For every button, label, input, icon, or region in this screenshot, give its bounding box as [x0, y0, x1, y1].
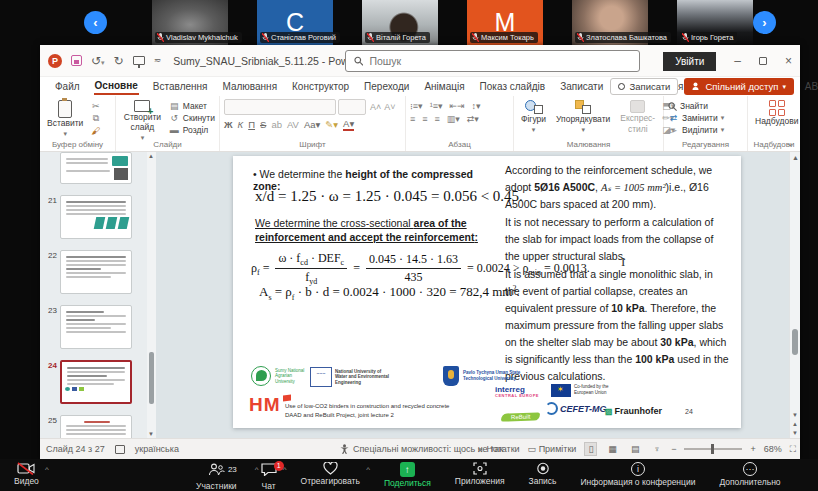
align-right-icon[interactable]: ≡	[435, 114, 440, 124]
tab-abbyy[interactable]: ABBYY PDF Transformer+	[804, 79, 818, 94]
grow-font-icon[interactable]: A˄	[370, 102, 381, 112]
slideshow-icon[interactable]	[133, 56, 145, 65]
text-shadow-icon[interactable]: ab	[271, 119, 282, 130]
reset-button[interactable]: ↺Скинути	[169, 113, 215, 123]
participants-button[interactable]: 23 Участники ^	[196, 459, 237, 491]
bullets-icon[interactable]: ⁝≡▾	[410, 101, 423, 111]
record-button[interactable]: Записати	[610, 78, 678, 95]
section-button[interactable]: ▬Розділ	[169, 125, 215, 135]
scrollbar-thumb[interactable]	[149, 352, 154, 403]
scroll-down-icon[interactable]: ▼	[148, 431, 154, 437]
copy-icon[interactable]: ⧉	[90, 113, 101, 124]
slide-20-thumbnail[interactable]	[60, 152, 132, 184]
cut-icon[interactable]: ✂	[90, 101, 101, 111]
participant-tile[interactable]: Віталій Горета	[362, 0, 438, 45]
main-scrollbar[interactable]: ▲ ▼ ▲ ▼	[789, 152, 800, 438]
italic-icon[interactable]: К	[238, 119, 244, 130]
replace-button[interactable]: ⇄Замінити▾	[668, 113, 743, 123]
chat-button[interactable]: 1 Чат ^	[261, 459, 277, 491]
tab-record[interactable]: Записати	[559, 79, 604, 94]
previous-slide-icon[interactable]: ▲	[792, 421, 798, 427]
tab-animations[interactable]: Анімація	[423, 79, 465, 94]
text-direction-icon[interactable]: ⇄▾	[467, 114, 479, 124]
comments-button[interactable]: ▭ Примітки	[528, 444, 577, 454]
shapes-button[interactable]: Фігури▾	[518, 99, 549, 135]
slide-24-thumbnail-selected[interactable]	[60, 360, 132, 404]
reading-view-icon[interactable]: ▤	[628, 443, 643, 455]
save-icon[interactable]	[71, 55, 82, 66]
scroll-left-button[interactable]: ‹	[84, 11, 107, 34]
chevron-up-icon[interactable]: ^	[45, 465, 49, 474]
share-screen-button[interactable]: ↑ Поделиться	[384, 459, 431, 491]
zoom-in-icon[interactable]: +	[750, 444, 755, 454]
tab-slideshow[interactable]: Показ слайдів	[479, 79, 547, 94]
slide-21-thumbnail[interactable]	[60, 195, 132, 239]
numbering-icon[interactable]: ¹≡▾	[430, 101, 443, 111]
chevron-up-icon[interactable]: ^	[366, 465, 370, 474]
search-input[interactable]	[369, 55, 631, 67]
zoom-out-icon[interactable]: −	[671, 444, 676, 454]
scroll-down-icon[interactable]: ▼	[792, 412, 798, 418]
notes-button[interactable]: ⌅ Нотатки	[476, 444, 519, 454]
find-button[interactable]: Знайти	[668, 101, 743, 111]
addins-button[interactable]: Надбудови	[752, 99, 801, 128]
slide-22-thumbnail[interactable]	[60, 250, 132, 294]
character-spacing-icon[interactable]: AV	[287, 119, 299, 130]
minimize-icon[interactable]: –	[734, 55, 741, 67]
more-button[interactable]: ··· Дополнительно	[719, 459, 780, 491]
line-spacing-icon[interactable]: ↕▾	[472, 101, 481, 111]
slide-24[interactable]: • We determine the height of the compres…	[233, 156, 741, 428]
highlight-icon[interactable]: ✎▾	[325, 119, 338, 130]
customize-toolbar-icon[interactable]: ≂	[154, 56, 162, 65]
font-color-icon[interactable]: A▾	[343, 118, 354, 131]
tab-file[interactable]: Файл	[54, 79, 81, 94]
restore-icon[interactable]	[759, 57, 767, 65]
align-left-icon[interactable]: ≡	[410, 114, 415, 124]
apps-button[interactable]: Приложения	[455, 459, 505, 491]
arrange-button[interactable]: Упорядкувати▾	[553, 99, 613, 135]
shrink-font-icon[interactable]: A˅	[384, 102, 395, 112]
zoom-slider[interactable]	[684, 448, 742, 450]
strikethrough-icon[interactable]: S	[260, 119, 266, 130]
close-icon[interactable]: ×	[785, 55, 792, 67]
columns-icon[interactable]: ▥▾	[447, 114, 460, 124]
fit-slide-icon[interactable]: ⛶	[790, 444, 796, 455]
slide-sorter-view-icon[interactable]: ▦	[605, 443, 620, 455]
select-button[interactable]: ▻Виділити▾	[668, 125, 743, 135]
quick-styles-button[interactable]: Експрес- стилі	[617, 99, 658, 136]
sign-in-button[interactable]: Увійти	[663, 52, 716, 71]
next-slide-icon[interactable]: ▼	[792, 430, 798, 436]
share-button[interactable]: Спільний доступ▾	[684, 78, 794, 95]
tab-transitions[interactable]: Переходи	[363, 79, 410, 94]
spellcheck-icon[interactable]	[115, 445, 125, 454]
tab-insert[interactable]: Вставлення	[152, 79, 209, 94]
change-case-icon[interactable]: Aa▾	[304, 119, 320, 130]
tab-design[interactable]: Конструктор	[291, 79, 350, 94]
thumbnail-scrollbar[interactable]: ▲ ▼	[147, 152, 156, 438]
font-size-combobox[interactable]	[338, 99, 366, 115]
chevron-up-icon[interactable]: ^	[283, 465, 287, 474]
participant-tile[interactable]: C Станіслав Роговий	[257, 0, 333, 45]
slide-23-thumbnail[interactable]	[60, 305, 132, 349]
zoom-level[interactable]: 68%	[764, 444, 782, 454]
language-indicator[interactable]: українська	[135, 444, 179, 454]
tab-home[interactable]: Основне	[94, 78, 139, 95]
participant-tile[interactable]: Златослава Башкатова	[572, 0, 648, 45]
normal-view-icon[interactable]: ▯	[584, 442, 597, 456]
record-button[interactable]: Запись	[529, 459, 557, 491]
reactions-button[interactable]: Отреагировать ^	[301, 459, 360, 491]
undo-icon[interactable]: ↺▾	[91, 55, 105, 67]
tab-draw[interactable]: Малювання	[221, 79, 278, 94]
align-center-icon[interactable]: ≡	[422, 114, 427, 124]
video-button[interactable]: Видео ^	[14, 459, 39, 486]
font-name-combobox[interactable]	[224, 99, 336, 115]
indent-icons[interactable]: ⇤⇥	[449, 101, 464, 111]
slide-25-thumbnail[interactable]	[60, 415, 132, 438]
slideshow-view-icon[interactable]: ♆	[650, 443, 663, 455]
scroll-up-icon[interactable]: ▲	[148, 153, 154, 159]
bold-icon[interactable]: Ж	[224, 119, 233, 130]
scroll-up-icon[interactable]: ▲	[792, 154, 799, 161]
layout-button[interactable]: ▤Макет	[169, 101, 215, 111]
participant-tile[interactable]: Ігорь Горета	[677, 0, 753, 45]
paste-button[interactable]: Вставити▾	[44, 99, 86, 139]
